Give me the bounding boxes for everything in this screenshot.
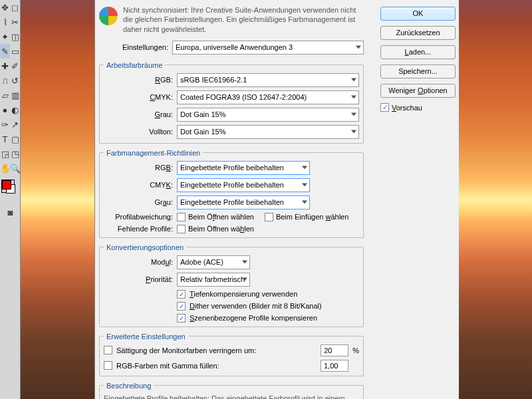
missing-open-check[interactable]	[177, 225, 186, 233]
crop-tool[interactable]: ✂	[10, 15, 20, 29]
p-cmyk-label: CMYK:	[104, 181, 173, 189]
missing-open-label: Beim Öffnen wählen	[188, 225, 254, 233]
wand-tool[interactable]: ✦	[0, 29, 10, 44]
chevron-down-icon	[302, 184, 307, 187]
path-tool[interactable]: ↗	[10, 117, 20, 132]
sync-status-text: Nicht synchronisiert: Ihre Creative Suit…	[123, 5, 364, 34]
p-cmyk-combo[interactable]: Eingebettete Profile beibehalten	[177, 178, 310, 192]
preview-label: Vorschau	[392, 104, 422, 112]
percent-label: %	[352, 346, 359, 354]
conversion-group: Konvertierungsoptionen Modul: Adobe (ACE…	[99, 243, 364, 327]
scene-label: Szenenbezogene Profile kompensieren	[190, 314, 317, 322]
mismatch-label: Profilabweichung:	[104, 213, 173, 221]
intent-label: Priorität:	[104, 275, 173, 283]
advanced-legend: Erweiterte Einstellungen	[104, 332, 188, 340]
3d-tool[interactable]: ◲	[0, 146, 10, 161]
chevron-down-icon	[242, 261, 247, 264]
workspaces-group: Arbeitsfarbräume RGB: sRGB IEC61966-2.1 …	[99, 61, 364, 144]
stamp-tool[interactable]: ⎍	[0, 73, 10, 88]
engine-label: Modul:	[104, 258, 173, 266]
marquee-tool[interactable]: ◻	[10, 0, 20, 15]
3d-camera-tool[interactable]: ◳	[10, 146, 20, 161]
gradient-tool[interactable]: ▥	[10, 88, 20, 102]
chevron-down-icon	[242, 278, 247, 281]
foreground-swatch[interactable]	[2, 180, 11, 190]
engine-combo[interactable]: Adobe (ACE)	[177, 255, 250, 269]
gamma-check[interactable]	[104, 361, 112, 370]
settings-value: Europa, universelle Anwendungen 3	[176, 43, 293, 51]
color-settings-dialog: Nicht synchronisiert: Ihre Creative Suit…	[94, 0, 459, 399]
dialog-sidebar: OK Zurücksetzen Laden... Speichern... We…	[374, 0, 459, 118]
settings-combo[interactable]: Europa, universelle Anwendungen 3	[172, 41, 364, 55]
description-group: Beschreibung Eingebettete Profile beibeh…	[99, 382, 364, 399]
reset-button[interactable]: Zurücksetzen	[380, 26, 456, 40]
slice-tool[interactable]: ◫	[10, 29, 20, 44]
rgb-combo[interactable]: sRGB IEC61966-2.1	[177, 73, 359, 87]
type-tool[interactable]: T	[0, 132, 10, 146]
mismatch-open-label: Beim Öffnen wählen	[188, 213, 254, 221]
brush-tool[interactable]: ✐	[10, 59, 20, 73]
workspaces-legend: Arbeitsfarbräume	[104, 61, 165, 69]
dodge-tool[interactable]: ◐	[10, 102, 20, 117]
spot-label: Vollton:	[104, 128, 173, 136]
conversion-legend: Konvertierungsoptionen	[104, 243, 186, 251]
quickmask-toggle[interactable]: ◙	[0, 205, 21, 219]
eraser-tool[interactable]: ▱	[0, 88, 10, 102]
description-text: Eingebettete Profile beibehalten: Das ei…	[104, 394, 359, 399]
load-button[interactable]: Laden...	[380, 45, 456, 59]
scene-check[interactable]: ✓	[177, 314, 186, 323]
dither-label: Dither verwenden (Bilder mit 8 Bit/Kanal…	[190, 302, 322, 310]
sync-status-icon	[99, 7, 118, 25]
ruler-tool[interactable]: ▭	[10, 44, 20, 59]
chevron-down-icon	[302, 201, 307, 204]
dither-check[interactable]: ✓	[177, 302, 186, 311]
desat-input[interactable]	[321, 344, 348, 356]
p-gray-label: Grau:	[104, 198, 173, 206]
p-rgb-combo[interactable]: Eingebettete Profile beibehalten	[177, 161, 310, 175]
pen-tool[interactable]: ✑	[0, 117, 10, 132]
zoom-tool[interactable]: 🔍	[10, 161, 20, 176]
settings-label: Einstellungen:	[118, 43, 168, 51]
intent-combo[interactable]: Relativ farbmetrisch	[177, 273, 250, 287]
gray-combo[interactable]: Dot Gain 15%	[177, 108, 359, 122]
color-swatches[interactable]	[1, 180, 15, 193]
description-legend: Beschreibung	[104, 382, 154, 390]
blackpoint-label: Tiefenkompensierung verwenden	[190, 290, 297, 298]
p-rgb-label: RGB:	[104, 164, 173, 172]
ok-button[interactable]: OK	[380, 7, 456, 21]
rgb-label: RGB:	[104, 76, 173, 84]
cmyk-label: CMYK:	[104, 93, 173, 101]
advanced-group: Erweiterte Einstellungen Sättigung der M…	[99, 332, 364, 376]
gray-label: Grau:	[104, 110, 173, 118]
dialog-main: Nicht synchronisiert: Ihre Creative Suit…	[95, 0, 368, 399]
lasso-tool[interactable]: ⌇	[0, 15, 10, 29]
heal-tool[interactable]: ✚	[0, 59, 10, 73]
mismatch-paste-check[interactable]	[265, 213, 273, 221]
mismatch-paste-label: Beim Einfügen wählen	[276, 213, 348, 221]
preview-check[interactable]: ✓	[380, 103, 389, 112]
desat-label: Sättigung der Monitorfarben verringern u…	[116, 346, 256, 354]
chevron-down-icon	[356, 46, 361, 49]
cmyk-combo[interactable]: Coated FOGRA39 (ISO 12647-2:2004)	[177, 90, 359, 104]
save-button[interactable]: Speichern...	[380, 65, 456, 78]
policies-legend: Farbmanagement-Richtlinien	[104, 149, 203, 157]
desat-check[interactable]	[104, 346, 112, 354]
hand-tool[interactable]: ✋	[0, 161, 10, 176]
blur-tool[interactable]: ●	[0, 102, 10, 117]
eyedropper-tool[interactable]: ✎	[0, 44, 10, 59]
chevron-down-icon	[302, 166, 307, 170]
chevron-down-icon	[351, 130, 356, 134]
fewer-options-button[interactable]: Weniger Optionen	[380, 84, 456, 98]
missing-label: Fehlende Profile:	[104, 225, 173, 233]
spot-combo[interactable]: Dot Gain 15%	[177, 125, 359, 139]
shape-tool[interactable]: ▢	[10, 132, 20, 146]
p-gray-combo[interactable]: Eingebettete Profile beibehalten	[177, 196, 310, 209]
gamma-input[interactable]	[321, 360, 348, 372]
history-brush-tool[interactable]: ↺	[10, 73, 20, 88]
move-tool[interactable]: ✥	[0, 0, 10, 15]
mismatch-open-check[interactable]	[177, 213, 186, 221]
chevron-down-icon	[351, 113, 356, 116]
chevron-down-icon	[351, 96, 356, 99]
gamma-label: RGB-Farben mit Gamma füllen:	[116, 362, 219, 370]
blackpoint-check[interactable]: ✓	[177, 290, 186, 299]
